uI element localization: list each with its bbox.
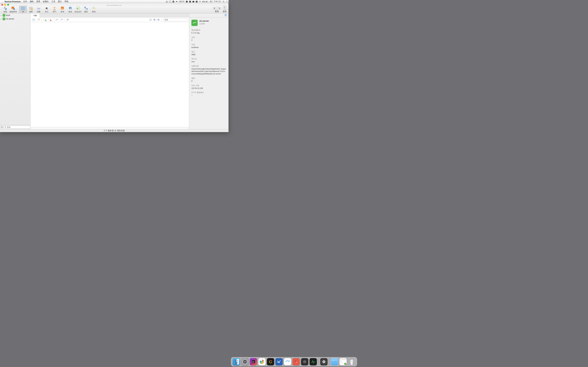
toolbar-function-label: 函数 — [37, 10, 40, 13]
toolbar-table-label: 表 — [22, 10, 24, 13]
toolbar-table-button[interactable]: 表 — [19, 6, 27, 13]
svg-rect-55 — [158, 19, 159, 20]
menu-edit[interactable]: 编辑 — [28, 0, 35, 3]
info-icon[interactable] — [225, 14, 227, 17]
object-tabbar: 对象 — [31, 13, 189, 17]
status-tray-icon-1[interactable]: N — [169, 0, 172, 3]
svg-point-25 — [54, 7, 55, 8]
view-toggle[interactable] — [213, 7, 221, 10]
menu-window[interactable]: 窗口 — [57, 0, 63, 3]
connection-name: sh-server — [6, 18, 14, 20]
menu-favorites[interactable]: 收藏夹 — [41, 0, 50, 3]
open-table-button[interactable] — [32, 18, 35, 21]
toolbar-other-label: 其它 — [45, 10, 48, 13]
info-pane-body: sh-server 已连接 服务器版本5.7.27-log 会话2 主机loca… — [189, 17, 228, 101]
info-field: 服务器版本5.7.27-log — [191, 29, 226, 34]
object-list-area[interactable] — [31, 22, 189, 127]
delete-table-button[interactable] — [48, 18, 52, 21]
toolbar-login[interactable]: 登录 — [222, 5, 227, 13]
info-field: 主机localhost — [191, 43, 226, 49]
status-tray-icon-2[interactable]: W — [172, 0, 175, 3]
svg-text:S: S — [196, 0, 197, 2]
svg-rect-43 — [32, 19, 35, 21]
connection-name: local — [6, 14, 10, 17]
toolbar-view-button[interactable]: 视图 — [27, 6, 35, 13]
design-table-button[interactable] — [37, 18, 40, 21]
connection-item[interactable]: ▸ sh-server — [0, 17, 30, 21]
info-pane-header — [189, 13, 228, 17]
status-tray-icon-5[interactable]: S — [195, 0, 198, 3]
new-table-button[interactable] — [43, 18, 47, 21]
info-value: 122.51.41.235 — [191, 87, 226, 90]
refresh-button[interactable] — [66, 18, 69, 21]
toolbar-other-button[interactable]: 其它 — [43, 6, 51, 13]
view-toggle-left-icon[interactable] — [213, 7, 217, 10]
mysql-connection-icon — [3, 17, 5, 20]
info-key: 端口 — [191, 50, 226, 53]
svg-point-58 — [226, 15, 226, 15]
list-view-button[interactable] — [153, 18, 156, 21]
toolbar-user-button[interactable]: 用户 — [51, 6, 58, 13]
status-spotlight-icon[interactable] — [222, 0, 225, 3]
disclosure-triangle-icon[interactable]: ▸ — [1, 15, 2, 16]
status-battery-text: 48% — [202, 1, 206, 3]
status-control-center-icon[interactable] — [225, 0, 228, 3]
import-button[interactable] — [55, 18, 58, 21]
menu-view[interactable]: 查看 — [35, 0, 41, 3]
autorun-icon — [76, 6, 81, 10]
sidebar-footer: ⚙ — [0, 125, 30, 129]
svg-rect-54 — [151, 20, 151, 20]
toolbar-connection-button[interactable]: 连接 — [1, 6, 9, 13]
svg-rect-27 — [61, 7, 64, 7]
toolbar-function-button[interactable]: f(x) 函数 — [35, 6, 43, 13]
toolbar-newquery-label: 新建查询 — [9, 10, 17, 13]
sidebar-search-field[interactable] — [4, 126, 30, 129]
svg-rect-39 — [219, 8, 220, 9]
detail-view-button[interactable] — [157, 18, 160, 21]
toolbar-chart-button[interactable]: 图表 — [90, 6, 98, 13]
tab-objects[interactable]: 对象 — [31, 13, 40, 17]
menu-help[interactable]: 帮助 — [63, 0, 70, 3]
status-tray-icon-4[interactable] — [192, 0, 195, 3]
menu-tools[interactable]: 工具 — [50, 0, 57, 3]
info-key: 设置位置 — [191, 65, 226, 67]
svg-rect-50 — [60, 19, 62, 21]
menu-file[interactable]: 文件 — [22, 0, 28, 3]
svg-rect-21 — [21, 7, 25, 9]
status-ime-count[interactable]: 1561字 — [178, 0, 185, 3]
svg-rect-52 — [151, 19, 151, 19]
object-search-input[interactable] — [164, 19, 187, 21]
toolbar-backup-button[interactable]: 备份 — [66, 6, 74, 13]
svg-point-0 — [166, 2, 167, 2]
toolbar-newquery-button[interactable]: 新建查询 — [9, 6, 17, 13]
status-bird-icon[interactable] — [175, 0, 178, 3]
export-button[interactable] — [59, 18, 63, 21]
sidebar-search-input[interactable] — [7, 126, 30, 128]
svg-text:f(x): f(x) — [37, 7, 40, 10]
status-scissors-icon[interactable] — [165, 0, 169, 3]
status-datetime[interactable]: 周二 下午7:27 — [209, 0, 222, 3]
toolbar-autorun-button[interactable]: 自动运行 — [74, 6, 82, 13]
status-tray-icon-3[interactable] — [188, 0, 192, 3]
info-value: localhost — [191, 46, 226, 49]
connection-item[interactable]: ▸ local — [0, 13, 30, 17]
info-field: 端口3306 — [191, 50, 226, 56]
view-toggle-right-icon[interactable] — [217, 7, 221, 10]
status-battery[interactable]: 48% — [201, 0, 209, 3]
function-icon: f(x) — [36, 6, 41, 10]
toolbar-query-button[interactable]: 查询 — [58, 6, 66, 13]
separator — [42, 18, 42, 21]
svg-rect-51 — [150, 19, 150, 19]
disclosure-triangle-icon[interactable]: ▸ — [1, 18, 2, 20]
object-search-field[interactable] — [163, 18, 188, 21]
menubar-app-name[interactable]: Navicat Premium — [3, 0, 22, 3]
grid-view-button[interactable] — [149, 18, 152, 21]
info-value: 2 — [191, 39, 226, 42]
status-wifi-icon[interactable] — [198, 0, 201, 3]
separator — [161, 18, 162, 21]
horizontal-scrollbar[interactable] — [31, 127, 189, 129]
toolbar-model-button[interactable]: 模型 — [82, 6, 90, 13]
sidebar-settings-icon[interactable]: ⚙ — [1, 126, 3, 128]
status-ime-icon[interactable]: U — [185, 0, 188, 3]
info-field: 编码0 — [191, 77, 226, 82]
